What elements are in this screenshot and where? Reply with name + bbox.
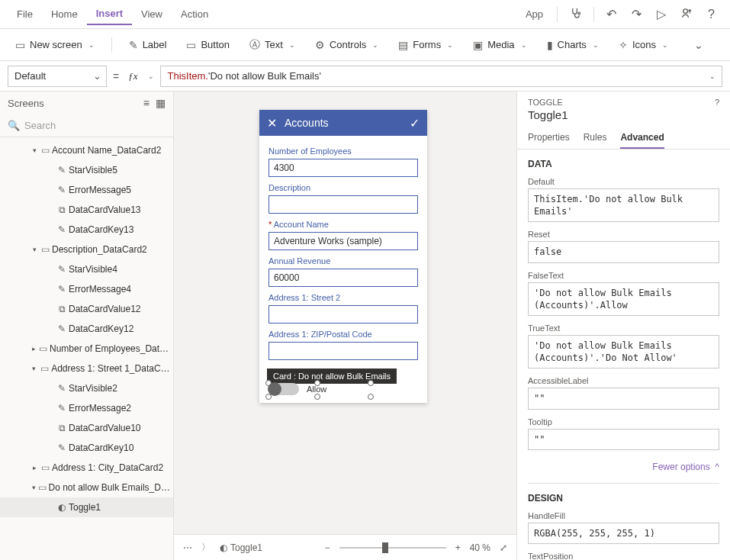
tree-node[interactable]: ✎StarVisible5 — [0, 160, 173, 180]
tooltip-value[interactable]: "" — [528, 429, 719, 450]
form-title: Accounts — [285, 117, 402, 129]
chevron-down-icon: ⌄ — [88, 41, 95, 49]
tab-rules[interactable]: Rules — [584, 127, 607, 149]
field-input[interactable] — [269, 232, 418, 250]
formula-bar: Default = ƒx⌄ ThisItem.'Do not allow Bul… — [0, 61, 730, 92]
field-input[interactable] — [269, 305, 418, 323]
tree-node[interactable]: ▸▭Number of Employees_DataCard — [0, 339, 173, 359]
tree-node[interactable]: ▸▭Address 1: City_DataCard2 — [0, 458, 173, 478]
formula-input[interactable]: ThisItem.'Do not allow Bulk Emails' ⌄ — [160, 66, 722, 87]
icons-button[interactable]: ✧ Icons ⌄ — [611, 35, 676, 55]
phone-preview: ✕ Accounts ✓ Number of EmployeesDescript… — [259, 110, 427, 403]
field-input[interactable] — [269, 195, 418, 214]
truetext-label: TrueText — [528, 323, 719, 333]
help-icon[interactable]: ? — [700, 3, 722, 26]
button-icon: ▭ — [186, 39, 196, 51]
tree-node[interactable]: ⧉DataCardValue12 — [0, 299, 173, 319]
field-input[interactable] — [269, 269, 418, 287]
field-input[interactable] — [269, 342, 418, 360]
menu-insert[interactable]: Insert — [87, 3, 132, 25]
menu-view[interactable]: View — [132, 4, 172, 24]
undo-icon[interactable]: ↶ — [599, 2, 624, 26]
more-icon[interactable]: ⋯ — [183, 542, 192, 553]
tree-node[interactable]: ✎StarVisible2 — [0, 378, 173, 398]
tree-node[interactable]: ✎ErrorMessage4 — [0, 279, 173, 299]
redo-icon[interactable]: ↷ — [624, 2, 649, 26]
play-icon[interactable]: ▷ — [649, 2, 674, 26]
control-category: TOGGLE — [528, 98, 715, 107]
tree-node[interactable]: ▾▭Description_DataCard2 — [0, 240, 173, 259]
zoom-in-icon[interactable]: + — [455, 542, 461, 553]
forms-button[interactable]: ▤ Forms ⌄ — [391, 35, 461, 55]
screens-title: Screens — [8, 98, 44, 109]
properties-panel: TOGGLE? Toggle1 Properties Rules Advance… — [516, 92, 730, 560]
media-button[interactable]: ▣ Media ⌄ — [465, 35, 534, 55]
tree-node[interactable]: ✎ErrorMessage5 — [0, 180, 173, 200]
field-label: Address 1: Street 2 — [269, 293, 418, 302]
default-value[interactable]: ThisItem.'Do not allow Bulk Emails' — [528, 188, 719, 222]
left-panel: Screens ≡ ▦ 🔍 Search ▾▭Account Name_Data… — [0, 92, 174, 560]
svg-point-1 — [683, 9, 688, 14]
charts-icon: ▮ — [547, 39, 553, 51]
tooltip: Card : Do not allow Bulk Emails — [267, 369, 397, 384]
charts-button[interactable]: ▮ Charts ⌄ — [539, 35, 606, 55]
toggle-control[interactable]: Allow — [269, 383, 418, 395]
truetext-value[interactable]: 'Do not allow Bulk Emails (Accounts)'.'D… — [528, 335, 719, 369]
close-icon[interactable]: ✕ — [267, 116, 277, 130]
label-text: Label — [143, 39, 167, 50]
tree-node[interactable]: ✎StarVisible4 — [0, 259, 173, 279]
menu-action[interactable]: Action — [172, 4, 217, 24]
fullscreen-icon[interactable]: ⤢ — [500, 542, 507, 553]
share-icon[interactable] — [674, 2, 700, 26]
help-icon[interactable]: ? — [715, 98, 719, 107]
search-input[interactable]: 🔍 Search — [0, 114, 173, 137]
tree-node[interactable]: ✎ErrorMessage2 — [0, 398, 173, 418]
reset-value[interactable]: false — [528, 241, 719, 262]
tree-node[interactable]: ⧉DataCardValue10 — [0, 418, 173, 438]
textposition-label: TextPosition — [528, 552, 719, 560]
zoom-level: 40 % — [470, 542, 490, 553]
handlefill-value[interactable]: RGBA(255, 255, 255, 1) — [528, 523, 719, 544]
zoom-slider[interactable] — [339, 547, 446, 549]
ribbon-expand[interactable]: ⌄ — [685, 35, 711, 55]
canvas: ✕ Accounts ✓ Number of EmployeesDescript… — [174, 92, 516, 560]
icons-icon: ✧ — [619, 39, 628, 51]
menu-file[interactable]: File — [8, 4, 42, 24]
tree-node[interactable]: ◐Toggle1 — [0, 497, 173, 517]
chevron-down-icon[interactable]: ⌄ — [709, 72, 716, 80]
text-button[interactable]: Ⓐ Text ⌄ — [242, 34, 303, 56]
stethoscope-icon[interactable] — [562, 2, 589, 26]
check-icon[interactable]: ✓ — [410, 116, 420, 130]
falsetext-value[interactable]: 'Do not allow Bulk Emails (Accounts)'.Al… — [528, 282, 719, 316]
breadcrumb[interactable]: ◐ Toggle1 — [220, 542, 262, 553]
menu-bar: File Home Insert View Action App ↶ ↷ ▷ ? — [0, 0, 730, 29]
property-selector[interactable]: Default — [8, 66, 107, 87]
field-input[interactable] — [269, 159, 418, 177]
controls-button[interactable]: ⚙ Controls ⌄ — [307, 35, 386, 55]
tree-node[interactable]: ✎DataCardKey13 — [0, 220, 173, 240]
zoom-out-icon[interactable]: − — [325, 542, 330, 553]
label-button[interactable]: ✎ Label — [121, 35, 175, 55]
forms-label: Forms — [413, 39, 441, 50]
tab-properties[interactable]: Properties — [528, 127, 570, 149]
new-screen-button[interactable]: ▭ New screen ⌄ — [8, 35, 102, 55]
menu-app[interactable]: App — [516, 4, 552, 24]
tree-node[interactable]: ✎DataCardKey12 — [0, 319, 173, 339]
media-icon: ▣ — [473, 39, 483, 51]
menu-home[interactable]: Home — [42, 4, 87, 24]
list-view-icon[interactable]: ≡ — [143, 97, 150, 109]
tree-node[interactable]: ▾▭Account Name_DataCard2 — [0, 140, 173, 160]
tab-advanced[interactable]: Advanced — [620, 127, 664, 149]
accessiblelabel-label: AccessibleLabel — [528, 376, 719, 385]
fewer-options-link[interactable]: Fewer options ^ — [652, 462, 719, 472]
controls-icon: ⚙ — [315, 39, 325, 51]
grid-view-icon[interactable]: ▦ — [156, 97, 166, 109]
button-button[interactable]: ▭ Button — [178, 35, 237, 55]
tree-node[interactable]: ✎DataCardKey10 — [0, 438, 173, 458]
tree-node[interactable]: ⧉DataCardValue13 — [0, 200, 173, 220]
accessiblelabel-value[interactable]: "" — [528, 388, 719, 409]
tree-node[interactable]: ▾▭Do not allow Bulk Emails_DataCard — [0, 478, 173, 497]
tree-node[interactable]: ▾▭Address 1: Street 1_DataCard — [0, 359, 173, 378]
equals-label: = — [113, 70, 119, 82]
charts-label: Charts — [558, 39, 587, 50]
